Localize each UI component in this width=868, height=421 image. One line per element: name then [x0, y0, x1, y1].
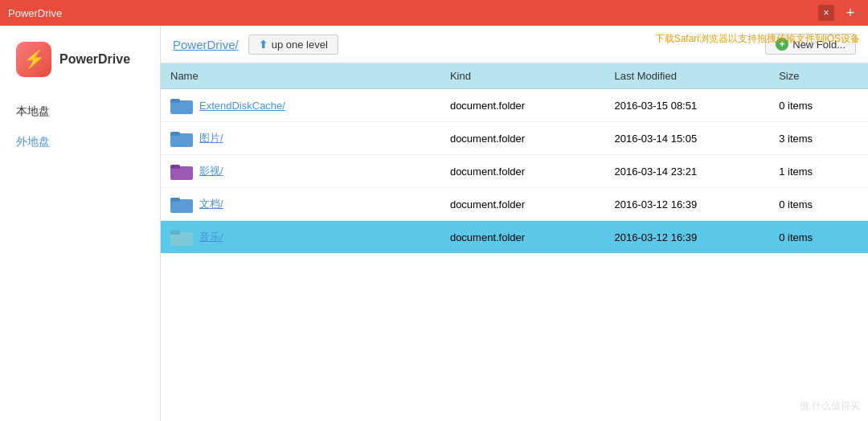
- file-name-cell: 影视/: [170, 161, 431, 181]
- close-button[interactable]: ×: [818, 5, 834, 21]
- svg-rect-9: [170, 231, 180, 235]
- file-name-link[interactable]: 音乐/: [199, 230, 223, 244]
- file-kind: document.folder: [440, 89, 605, 122]
- svg-rect-3: [170, 132, 180, 136]
- app-logo-icon: ⚡: [16, 42, 51, 77]
- col-header-name: Name: [161, 63, 440, 89]
- file-name-link[interactable]: 影视/: [199, 164, 223, 178]
- folder-icon: [170, 194, 193, 214]
- col-header-size: Size: [769, 63, 868, 89]
- watermark: 值 什么值得买: [800, 399, 860, 413]
- svg-rect-1: [170, 99, 180, 103]
- svg-rect-5: [170, 165, 180, 169]
- folder-icon: [170, 161, 193, 181]
- svg-rect-7: [170, 198, 180, 202]
- file-modified: 2016-03-14 15:05: [605, 122, 770, 155]
- app-logo-text: PowerDrive: [59, 52, 130, 67]
- sidebar-item-remote-disk[interactable]: 外地盘: [16, 132, 144, 153]
- sidebar-nav: 本地盘 外地盘: [0, 101, 160, 153]
- table-row[interactable]: 图片/ document.folder 2016-03-14 15:05 3 i…: [161, 122, 868, 155]
- up-one-level-button[interactable]: ⬆ up one level: [248, 35, 338, 55]
- file-modified: 2016-03-12 16:39: [605, 188, 770, 221]
- table-header-row: Name Kind Last Modified Size: [161, 63, 868, 89]
- col-header-modified: Last Modified: [605, 63, 770, 89]
- folder-icon: [170, 96, 193, 115]
- file-name-cell: 图片/: [170, 129, 431, 148]
- titlebar: PowerDrive × +: [0, 0, 868, 26]
- file-name-link[interactable]: 文档/: [199, 197, 223, 211]
- table-row[interactable]: 文档/ document.folder 2016-03-12 16:39 0 i…: [161, 188, 868, 221]
- file-size: 0 items: [769, 188, 868, 221]
- col-header-kind: Kind: [440, 63, 605, 89]
- sidebar: ⚡ PowerDrive 本地盘 外地盘: [0, 26, 161, 421]
- file-name-cell: ExtendDiskCache/: [170, 96, 431, 115]
- file-name-cell: 音乐/: [170, 227, 431, 247]
- file-modified: 2016-03-15 08:51: [605, 89, 770, 122]
- app-body: ⚡ PowerDrive 本地盘 外地盘 下载Safari浏览器以支持拖拽传输文…: [0, 26, 868, 421]
- file-size: 0 items: [769, 221, 868, 254]
- file-kind: document.folder: [440, 122, 605, 155]
- file-list-scroll[interactable]: Name Kind Last Modified Size: [161, 63, 868, 421]
- file-size: 0 items: [769, 89, 868, 122]
- table-row[interactable]: ExtendDiskCache/ document.folder 2016-03…: [161, 89, 868, 122]
- file-table: Name Kind Last Modified Size: [161, 63, 868, 254]
- sidebar-logo: ⚡ PowerDrive: [0, 42, 160, 77]
- file-kind: document.folder: [440, 188, 605, 221]
- file-name-link[interactable]: 图片/: [199, 131, 223, 145]
- file-modified: 2016-03-14 23:21: [605, 155, 770, 188]
- up-arrow-icon: ⬆: [259, 39, 268, 51]
- content-area: 下载Safari浏览器以支持拖拽传输文件到iOS设备 PowerDrive/ ⬆…: [161, 26, 868, 421]
- table-row[interactable]: 影视/ document.folder 2016-03-14 23:21 1 i…: [161, 155, 868, 188]
- new-tab-button[interactable]: +: [841, 3, 860, 22]
- file-name-cell: 文档/: [170, 194, 431, 214]
- file-modified: 2016-03-12 16:39: [605, 221, 770, 254]
- file-size: 3 items: [769, 122, 868, 155]
- sidebar-item-local-disk[interactable]: 本地盘: [16, 101, 144, 122]
- breadcrumb-link[interactable]: PowerDrive/: [173, 38, 239, 51]
- folder-icon: [170, 129, 193, 148]
- table-row[interactable]: 音乐/ document.folder 2016-03-12 16:39 0 i…: [161, 221, 868, 254]
- file-kind: document.folder: [440, 155, 605, 188]
- file-name-link[interactable]: ExtendDiskCache/: [199, 100, 285, 112]
- titlebar-title: PowerDrive: [8, 7, 812, 19]
- folder-icon: [170, 227, 193, 247]
- file-kind: document.folder: [440, 221, 605, 254]
- notification-bar: 下载Safari浏览器以支持拖拽传输文件到iOS设备: [655, 32, 860, 46]
- file-size: 1 items: [769, 155, 868, 188]
